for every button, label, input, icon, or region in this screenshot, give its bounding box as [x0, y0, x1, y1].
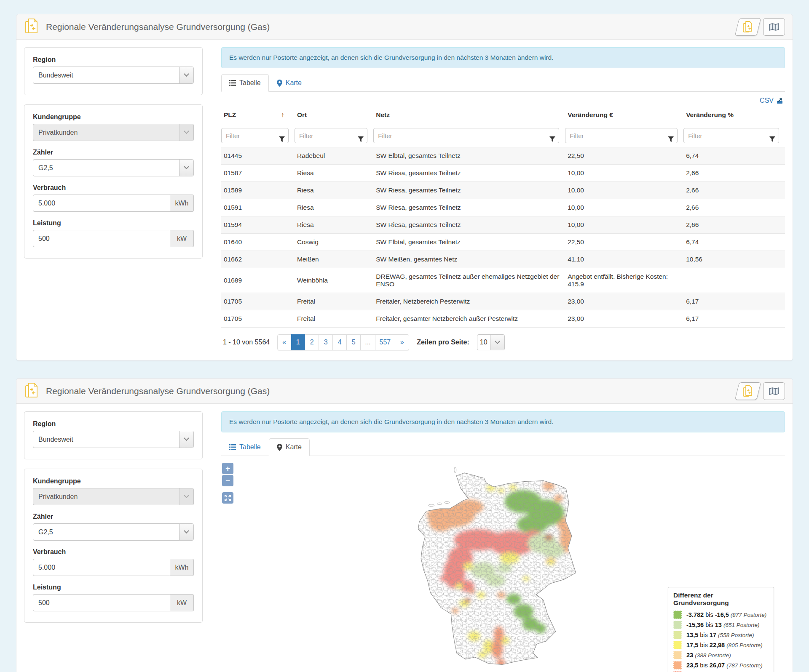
- csv-export-link[interactable]: CSV: [760, 97, 774, 104]
- verbrauch-label: Verbrauch: [33, 184, 194, 192]
- col-header-plz[interactable]: PLZ↑: [221, 107, 295, 124]
- filter-input-pct[interactable]: [683, 128, 779, 143]
- legend-title: Differenz der Grundversorgung: [673, 592, 769, 607]
- table-row[interactable]: 01591RiesaSW Riesa, gesamtes Teilnetz10,…: [221, 199, 785, 216]
- filter-input-plz[interactable]: [221, 128, 289, 143]
- table-row[interactable]: 01705FreitalFreitaler, Netzbereich Peste…: [221, 293, 785, 310]
- table-row[interactable]: 01589RiesaSW Riesa, gesamtes Teilnetz10,…: [221, 182, 785, 199]
- map-view-button[interactable]: [763, 18, 785, 36]
- zaehler-select[interactable]: G2,5: [33, 523, 194, 541]
- verbrauch-unit: kWh: [170, 559, 194, 576]
- list-icon: [229, 444, 236, 450]
- legend-item: -3.782 bis -16,5 (877 Postorte): [673, 611, 769, 619]
- legend-item: 17,5 bis 22,98 (805 Postorte): [673, 641, 769, 649]
- map-marker-icon: [277, 444, 282, 451]
- region-box: Region Bundesweit: [24, 411, 203, 459]
- table-row[interactable]: 01640CoswigSW Elbtal, gesamtes Teilnetz2…: [221, 234, 785, 251]
- info-alert: Es werden nur Postorte angezeigt, an den…: [221, 47, 785, 68]
- page-first-button[interactable]: «: [277, 334, 291, 350]
- chevron-down-icon: [179, 67, 193, 83]
- region-select[interactable]: Bundesweit: [33, 431, 194, 448]
- zaehler-label: Zähler: [33, 513, 194, 520]
- export-icon[interactable]: [776, 98, 783, 104]
- chevron-down-icon: [179, 160, 193, 176]
- panel-header: Regionale Veränderungsanalyse Grundverso…: [16, 379, 793, 404]
- legend-item: 23,5 bis 26,07 (787 Postorte): [673, 661, 769, 669]
- tab-tabelle[interactable]: Tabelle: [221, 438, 269, 456]
- filter-icon[interactable]: [279, 136, 285, 142]
- fullscreen-button[interactable]: [222, 492, 233, 504]
- col-header-ort[interactable]: Ort: [295, 107, 373, 124]
- leistung-input[interactable]: [33, 230, 170, 247]
- leistung-input[interactable]: [33, 594, 170, 611]
- filter-icon[interactable]: [769, 136, 775, 142]
- zaehler-select[interactable]: G2,5: [33, 159, 194, 176]
- page-title: Regionale Veränderungsanalyse Grundverso…: [46, 386, 737, 396]
- report-view-button[interactable]: [735, 382, 761, 400]
- tab-karte[interactable]: Karte: [269, 74, 310, 92]
- col-header-pct[interactable]: Veränderung %: [683, 107, 785, 124]
- tab-tabelle[interactable]: Tabelle: [221, 74, 269, 92]
- page-ellipsis: ...: [361, 334, 375, 350]
- parameter-box: Kundengruppe Privatkunden Zähler G2,5 Ve…: [24, 104, 203, 259]
- chevron-down-icon: [179, 431, 193, 448]
- info-alert: Es werden nur Postorte angezeigt, an den…: [221, 411, 785, 432]
- kundengruppe-select: Privatkunden: [33, 488, 194, 505]
- page-title: Regionale Veränderungsanalyse Grundverso…: [46, 22, 737, 32]
- page-button-1[interactable]: 1: [291, 334, 305, 350]
- report-doc-icon: [24, 18, 39, 36]
- table-row[interactable]: 01705FreitalFreitaler, gesamter Netzbere…: [221, 310, 785, 328]
- filter-input-eur[interactable]: [565, 128, 678, 143]
- legend-item: 13,5 bis 17 (558 Postorte): [673, 631, 769, 639]
- page-button-2[interactable]: 2: [305, 334, 319, 350]
- chevron-down-icon: [179, 124, 193, 141]
- page-button-5[interactable]: 5: [347, 334, 361, 350]
- page-button-3[interactable]: 3: [319, 334, 333, 350]
- tab-karte[interactable]: Karte: [269, 438, 310, 456]
- filter-icon[interactable]: [358, 136, 364, 142]
- pagination-bar: 1 - 10 von 5564 « 1 2 3 4 5 ... 557 » Ze…: [221, 328, 785, 353]
- col-header-netz[interactable]: Netz: [373, 107, 565, 124]
- table-row[interactable]: 01587RiesaSW Riesa, gesamtes Teilnetz10,…: [221, 165, 785, 182]
- legend-swatch: [673, 611, 682, 619]
- map-legend: Differenz der Grundversorgung -3.782 bis…: [668, 587, 774, 672]
- panel-table-view: Regionale Veränderungsanalyse Grundverso…: [16, 14, 793, 361]
- filter-input-ort[interactable]: [295, 128, 367, 143]
- rows-per-page-label: Zeilen pro Seite:: [417, 339, 469, 346]
- map-marker-icon: [277, 80, 282, 87]
- expand-arrows-icon: [225, 495, 231, 501]
- filter-input-netz[interactable]: [373, 128, 559, 143]
- verbrauch-input[interactable]: [33, 195, 170, 212]
- legend-swatch: [673, 621, 682, 629]
- page-button-4[interactable]: 4: [333, 334, 347, 350]
- table-row[interactable]: 01445RadebeulSW Elbtal, gesamtes Teilnet…: [221, 147, 785, 165]
- chevron-down-icon: [490, 335, 504, 350]
- col-header-eur[interactable]: Veränderung €: [565, 107, 683, 124]
- view-tabs: Tabelle Karte: [221, 74, 785, 92]
- table-row[interactable]: 01689WeinböhlaDREWAG, gesamtes Teilnetz …: [221, 268, 785, 293]
- rows-per-page-select[interactable]: 10: [477, 334, 505, 350]
- panel-header: Regionale Veränderungsanalyse Grundverso…: [16, 14, 793, 40]
- zoom-in-button[interactable]: +: [222, 463, 233, 474]
- filter-icon[interactable]: [668, 136, 674, 142]
- leistung-unit: kW: [170, 594, 194, 611]
- report-doc-icon: [24, 382, 39, 400]
- region-label: Region: [33, 420, 194, 428]
- zoom-out-button[interactable]: −: [222, 475, 233, 486]
- map-container[interactable]: + −: [221, 459, 785, 672]
- map-view-button[interactable]: [763, 382, 785, 400]
- page-button-557[interactable]: 557: [375, 334, 396, 350]
- legend-item: 23 (388 Postorte): [673, 651, 769, 659]
- map-icon: [769, 387, 780, 395]
- report-view-button[interactable]: [735, 18, 761, 36]
- region-select[interactable]: Bundesweit: [33, 67, 194, 84]
- table-row[interactable]: 01662MeißenSW Meißen, gesamtes Netz41,10…: [221, 251, 785, 268]
- region-box: Region Bundesweit: [24, 47, 203, 95]
- region-label: Region: [33, 56, 194, 64]
- germany-choropleth-map[interactable]: [406, 458, 587, 672]
- verbrauch-label: Verbrauch: [33, 548, 194, 556]
- filter-icon[interactable]: [549, 136, 555, 142]
- verbrauch-input[interactable]: [33, 559, 170, 576]
- table-row[interactable]: 01594RiesaSW Riesa, gesamtes Teilnetz10,…: [221, 216, 785, 234]
- page-last-button[interactable]: »: [395, 334, 409, 350]
